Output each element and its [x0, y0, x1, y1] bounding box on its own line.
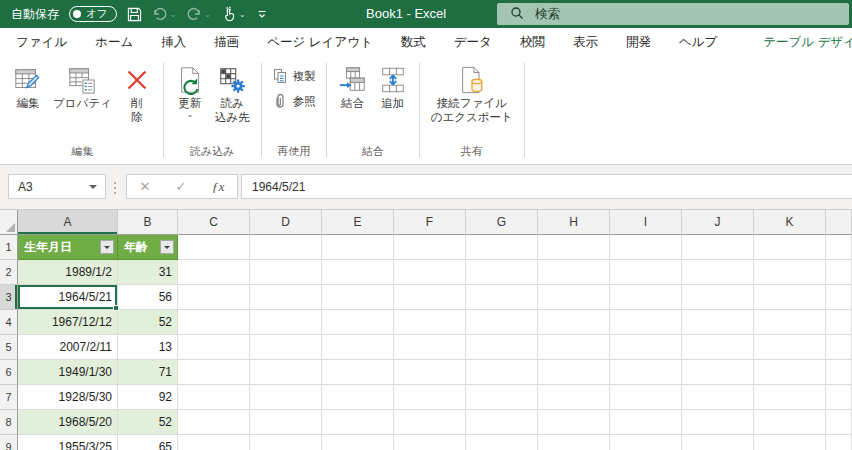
cell-K5[interactable] — [754, 335, 826, 360]
search-box[interactable]: 検索 — [497, 3, 849, 25]
touch-mouse-mode-button[interactable]: ⌄ — [221, 6, 246, 22]
tab-data[interactable]: データ — [453, 28, 493, 58]
column-header-H[interactable]: H — [538, 210, 610, 235]
cell-C5[interactable] — [178, 335, 250, 360]
cell-B9[interactable]: 65 — [118, 435, 178, 450]
cell-H1[interactable] — [538, 235, 610, 260]
cell-K8[interactable] — [754, 410, 826, 435]
cell-I5[interactable] — [610, 335, 682, 360]
cell-partial-2[interactable] — [826, 260, 852, 285]
cell-G1[interactable] — [466, 235, 538, 260]
cell-H3[interactable] — [538, 285, 610, 310]
cell-D1[interactable] — [250, 235, 322, 260]
row-header-8[interactable]: 8 — [0, 410, 18, 435]
cell-I2[interactable] — [610, 260, 682, 285]
cell-partial-9[interactable] — [826, 435, 852, 450]
cell-B2[interactable]: 31 — [118, 260, 178, 285]
cell-I9[interactable] — [610, 435, 682, 450]
cell-B5[interactable]: 13 — [118, 335, 178, 360]
reference-button[interactable]: 参照 — [268, 92, 320, 110]
cell-E4[interactable] — [322, 310, 394, 335]
column-header-G[interactable]: G — [466, 210, 538, 235]
column-header-D[interactable]: D — [250, 210, 322, 235]
cell-G7[interactable] — [466, 385, 538, 410]
save-button[interactable] — [127, 7, 142, 22]
row-header-7[interactable]: 7 — [0, 385, 18, 410]
cell-C2[interactable] — [178, 260, 250, 285]
cell-A6[interactable]: 1949/1/30 — [18, 360, 118, 385]
column-header-I[interactable]: I — [610, 210, 682, 235]
tab-home[interactable]: ホーム — [94, 28, 134, 58]
refresh-button[interactable]: 更新⌄ — [170, 60, 210, 120]
cell-D4[interactable] — [250, 310, 322, 335]
cell-F7[interactable] — [394, 385, 466, 410]
row-header-3[interactable]: 3 — [0, 285, 18, 310]
cell-C8[interactable] — [178, 410, 250, 435]
column-header-K[interactable]: K — [754, 210, 826, 235]
cell-J8[interactable] — [682, 410, 754, 435]
duplicate-button[interactable]: 複製 — [268, 67, 320, 85]
cell-K2[interactable] — [754, 260, 826, 285]
cell-A4[interactable]: 1967/12/12 — [18, 310, 118, 335]
cell-F1[interactable] — [394, 235, 466, 260]
tab-help[interactable]: ヘルプ — [678, 28, 718, 58]
cell-D3[interactable] — [250, 285, 322, 310]
name-box[interactable]: A3 — [8, 174, 106, 199]
cell-partial-7[interactable] — [826, 385, 852, 410]
undo-button[interactable]: ⌄ — [152, 6, 177, 22]
cell-A3[interactable]: 1964/5/21 — [18, 285, 118, 310]
cell-E7[interactable] — [322, 385, 394, 410]
customize-quick-access-toolbar-button[interactable] — [256, 8, 268, 20]
cell-C4[interactable] — [178, 310, 250, 335]
tab-insert[interactable]: 挿入 — [160, 28, 187, 58]
cell-G4[interactable] — [466, 310, 538, 335]
column-header-A[interactable]: A — [18, 210, 118, 235]
cell-D2[interactable] — [250, 260, 322, 285]
cell-E9[interactable] — [322, 435, 394, 450]
cell-partial-5[interactable] — [826, 335, 852, 360]
cell-C1[interactable] — [178, 235, 250, 260]
cell-partial-1[interactable] — [826, 235, 852, 260]
row-header-2[interactable]: 2 — [0, 260, 18, 285]
tab-table-design[interactable]: テーブル デザイン — [762, 28, 852, 58]
formula-input[interactable]: 1964/5/21 — [241, 174, 852, 199]
cell-D7[interactable] — [250, 385, 322, 410]
cell-H2[interactable] — [538, 260, 610, 285]
column-header-C[interactable]: C — [178, 210, 250, 235]
cell-J5[interactable] — [682, 335, 754, 360]
cell-C6[interactable] — [178, 360, 250, 385]
tab-file[interactable]: ファイル — [15, 28, 68, 58]
fill-handle[interactable] — [113, 305, 119, 311]
cell-J7[interactable] — [682, 385, 754, 410]
cell-A1[interactable]: 生年月日 — [18, 235, 118, 260]
cell-J3[interactable] — [682, 285, 754, 310]
merge-button[interactable]: 結合 — [333, 60, 373, 110]
cell-I6[interactable] — [610, 360, 682, 385]
cell-I7[interactable] — [610, 385, 682, 410]
cell-F6[interactable] — [394, 360, 466, 385]
cell-E5[interactable] — [322, 335, 394, 360]
cell-F9[interactable] — [394, 435, 466, 450]
cell-F5[interactable] — [394, 335, 466, 360]
cell-H5[interactable] — [538, 335, 610, 360]
refresh-dropdown-icon[interactable]: ⌄ — [187, 110, 194, 120]
cell-partial-6[interactable] — [826, 360, 852, 385]
export-connection-file-button[interactable]: 接続ファイルのエクスポート — [426, 60, 518, 125]
cell-partial-4[interactable] — [826, 310, 852, 335]
cell-K4[interactable] — [754, 310, 826, 335]
cell-G5[interactable] — [466, 335, 538, 360]
filter-dropdown-A1[interactable] — [100, 240, 114, 254]
cell-partial-8[interactable] — [826, 410, 852, 435]
tab-view[interactable]: 表示 — [572, 28, 599, 58]
cell-D8[interactable] — [250, 410, 322, 435]
cell-C7[interactable] — [178, 385, 250, 410]
cell-B4[interactable]: 52 — [118, 310, 178, 335]
cell-J9[interactable] — [682, 435, 754, 450]
cell-G9[interactable] — [466, 435, 538, 450]
name-box-dropdown-icon[interactable] — [89, 185, 97, 193]
cell-D9[interactable] — [250, 435, 322, 450]
cell-E2[interactable] — [322, 260, 394, 285]
cell-I4[interactable] — [610, 310, 682, 335]
cell-F4[interactable] — [394, 310, 466, 335]
row-header-1[interactable]: 1 — [0, 235, 18, 260]
